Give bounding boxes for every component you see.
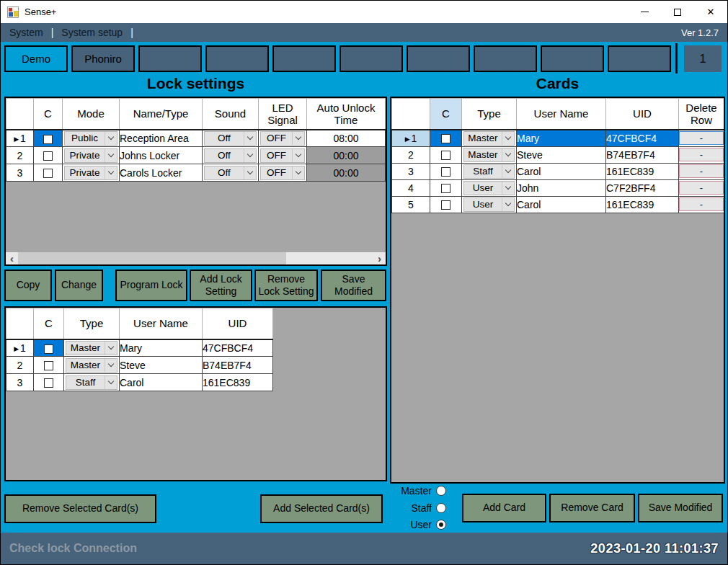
minimize-button[interactable] — [628, 1, 661, 23]
row-header[interactable]: 5 — [392, 196, 430, 213]
scroll-right-arrow[interactable]: › — [373, 252, 386, 264]
uid-cell[interactable]: B74EB7F4 — [606, 146, 679, 163]
checkbox-cell[interactable] — [34, 357, 64, 374]
row-header[interactable]: ▶1 — [6, 130, 34, 147]
row-header[interactable]: 3 — [392, 163, 430, 179]
chevron-down-icon[interactable] — [244, 149, 256, 162]
checkbox-cell[interactable] — [34, 130, 63, 147]
name-cell[interactable]: Johns Locker — [120, 147, 203, 164]
add-selected-cards-button[interactable]: Add Selected Card(s) — [260, 494, 383, 523]
mode-dropdown[interactable]: Public — [64, 131, 117, 146]
checkbox[interactable] — [441, 184, 450, 193]
delete-row-button[interactable]: - — [679, 131, 724, 145]
uid-cell[interactable]: 47CFBCF4 — [203, 339, 273, 357]
row-header[interactable]: 2 — [392, 146, 430, 163]
checkbox-cell[interactable] — [34, 164, 63, 182]
uid-cell[interactable]: 47CFBCF4 — [606, 130, 679, 147]
type-dropdown[interactable]: Master — [66, 341, 117, 355]
chevron-down-icon[interactable] — [105, 132, 117, 145]
remove-lock-setting-button[interactable]: Remove Lock Setting — [254, 270, 318, 301]
user-name-cell[interactable]: Mary — [517, 130, 606, 147]
checkbox-cell[interactable] — [34, 147, 63, 164]
remove-selected-cards-button[interactable]: Remove Selected Card(s) — [4, 494, 156, 523]
user-name-cell[interactable]: John — [517, 179, 606, 196]
save-modified-cards-button[interactable]: Save Modified — [638, 494, 723, 522]
sound-dropdown[interactable]: Off — [204, 148, 257, 163]
change-button[interactable]: Change — [55, 270, 103, 301]
delete-row-button[interactable]: - — [679, 148, 724, 161]
auto-unlock-time-cell[interactable]: 00:00 — [307, 164, 386, 182]
scroll-left-arrow[interactable]: ‹ — [6, 252, 18, 264]
checkbox-cell[interactable] — [430, 146, 462, 163]
chevron-down-icon[interactable] — [292, 132, 304, 145]
uid-cell[interactable]: 161EC839 — [203, 374, 273, 391]
checkbox[interactable] — [43, 169, 53, 178]
chevron-down-icon[interactable] — [502, 165, 514, 178]
checkbox-cell[interactable] — [430, 130, 462, 147]
radio-button-icon[interactable] — [436, 503, 446, 513]
checkbox[interactable] — [43, 135, 53, 144]
mode-dropdown[interactable]: Private — [64, 166, 117, 180]
checkbox[interactable] — [43, 151, 53, 161]
auto-unlock-time-cell[interactable]: 08:00 — [307, 130, 386, 147]
row-header[interactable]: 3 — [6, 374, 34, 391]
menu-item-system[interactable]: System — [9, 27, 43, 38]
scrollbar-thumb[interactable] — [18, 252, 286, 264]
tab-empty-5[interactable] — [272, 45, 336, 72]
tab-empty-4[interactable] — [205, 45, 269, 72]
chevron-down-icon[interactable] — [502, 182, 514, 195]
checkbox[interactable] — [441, 200, 450, 210]
uid-cell[interactable]: 161EC839 — [606, 163, 679, 179]
type-dropdown[interactable]: User — [463, 197, 515, 212]
row-header[interactable]: ▶1 — [392, 130, 430, 147]
page-number-button[interactable]: 1 — [684, 45, 722, 72]
user-name-cell[interactable]: Carol — [517, 163, 606, 179]
checkbox-cell[interactable] — [34, 374, 64, 391]
horizontal-scrollbar[interactable]: ‹ › — [6, 252, 386, 264]
checkbox-cell[interactable] — [430, 196, 462, 213]
uid-cell[interactable]: B74EB7F4 — [203, 357, 273, 374]
chevron-down-icon[interactable] — [244, 132, 256, 145]
name-cell[interactable]: Carols Locker — [120, 164, 203, 182]
chevron-down-icon[interactable] — [105, 342, 117, 355]
user-name-cell[interactable]: Steve — [517, 146, 606, 163]
radio-staff[interactable]: Staff — [394, 502, 446, 514]
user-name-cell[interactable]: Carol — [517, 196, 606, 213]
checkbox[interactable] — [44, 361, 53, 370]
add-card-button[interactable]: Add Card — [462, 494, 546, 522]
tab-demo[interactable]: Demo — [4, 45, 68, 72]
save-modified-lock-button[interactable]: Save Modified — [321, 270, 386, 301]
delete-row-button[interactable]: - — [679, 197, 724, 211]
checkbox-cell[interactable] — [430, 163, 462, 179]
radio-button-icon[interactable] — [436, 486, 446, 496]
tab-empty-8[interactable] — [474, 45, 537, 72]
delete-row-button[interactable]: - — [679, 181, 724, 195]
name-cell[interactable]: Reception Area — [120, 130, 203, 147]
tab-empty-6[interactable] — [339, 45, 403, 72]
chevron-down-icon[interactable] — [244, 166, 256, 179]
chevron-down-icon[interactable] — [105, 376, 117, 389]
checkbox[interactable] — [441, 134, 450, 143]
radio-master[interactable]: Master — [394, 485, 446, 497]
user-name-cell[interactable]: Steve — [120, 357, 203, 374]
chevron-down-icon[interactable] — [105, 359, 117, 372]
mode-dropdown[interactable]: Private — [64, 148, 117, 163]
add-lock-setting-button[interactable]: Add Lock Setting — [190, 270, 252, 301]
sound-dropdown[interactable]: Off — [204, 166, 257, 180]
checkbox-cell[interactable] — [34, 339, 64, 357]
sound-dropdown[interactable]: Off — [204, 131, 257, 146]
type-dropdown[interactable]: Master — [463, 131, 515, 146]
checkbox[interactable] — [441, 151, 450, 160]
program-lock-button[interactable]: Program Lock — [115, 270, 187, 301]
row-header[interactable]: 3 — [6, 164, 34, 182]
uid-cell[interactable]: 161EC839 — [606, 196, 679, 213]
type-dropdown[interactable]: Master — [463, 148, 515, 162]
user-name-cell[interactable]: Mary — [120, 339, 203, 357]
row-header[interactable]: 2 — [6, 357, 34, 374]
led-dropdown[interactable]: OFF — [260, 166, 305, 180]
led-dropdown[interactable]: OFF — [260, 131, 305, 146]
chevron-down-icon[interactable] — [292, 149, 304, 162]
chevron-down-icon[interactable] — [502, 198, 514, 211]
checkbox[interactable] — [44, 344, 53, 354]
checkbox[interactable] — [441, 167, 450, 177]
